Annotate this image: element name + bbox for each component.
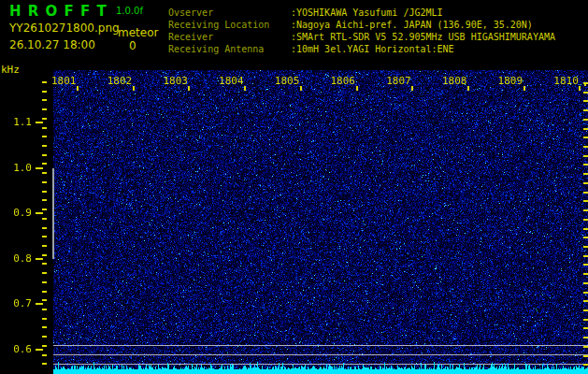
station-info-value: :YOSHIKAWA Yasufumi /JG2MLI bbox=[291, 7, 443, 19]
station-info-label: Receiver bbox=[168, 31, 291, 43]
right-frequency-tick bbox=[583, 309, 588, 311]
frequency-major-tick bbox=[36, 303, 43, 305]
frequency-major-tick bbox=[36, 212, 43, 214]
right-frequency-tick bbox=[583, 209, 588, 211]
frequency-tick-label: 0.8 bbox=[4, 252, 32, 265]
station-info-label: Receiving Antenna bbox=[168, 43, 291, 55]
frequency-minor-tick bbox=[42, 91, 47, 93]
right-frequency-tick bbox=[583, 155, 588, 157]
right-frequency-tick bbox=[583, 282, 588, 284]
frequency-minor-tick bbox=[42, 363, 47, 365]
app-version: 1.0.0f bbox=[116, 6, 143, 16]
time-tick bbox=[133, 86, 135, 91]
time-tick bbox=[188, 86, 190, 91]
frequency-minor-tick bbox=[42, 326, 47, 328]
frequency-major-tick bbox=[36, 258, 43, 260]
frequency-minor-tick bbox=[42, 127, 47, 129]
right-frequency-tick bbox=[583, 137, 588, 138]
frequency-minor-tick bbox=[42, 272, 47, 274]
frequency-minor-tick bbox=[42, 108, 47, 110]
right-frequency-tick bbox=[583, 219, 588, 221]
right-frequency-tick bbox=[583, 128, 588, 130]
frequency-minor-tick bbox=[42, 354, 47, 356]
frequency-minor-tick bbox=[42, 99, 47, 101]
station-info-row: Receiving Antenna:10mH 3el.YAGI Horizont… bbox=[168, 43, 555, 55]
frequency-major-tick bbox=[36, 349, 43, 351]
meteor-count: 0 bbox=[129, 39, 136, 52]
frequency-tick-label: 0.9 bbox=[4, 207, 32, 219]
frequency-minor-tick bbox=[42, 181, 47, 183]
right-frequency-tick bbox=[583, 246, 588, 248]
right-frequency-tick bbox=[583, 355, 588, 357]
right-frequency-tick bbox=[583, 82, 588, 84]
right-frequency-tick bbox=[583, 255, 588, 257]
observation-datetime: 26.10.27 18:00 bbox=[9, 38, 95, 51]
frequency-minor-tick bbox=[42, 118, 47, 120]
frequency-minor-tick bbox=[42, 154, 47, 156]
right-frequency-tick bbox=[583, 327, 588, 329]
right-frequency-tick bbox=[583, 364, 588, 366]
time-tick-label: 1801 bbox=[51, 75, 77, 87]
frequency-minor-tick bbox=[42, 254, 47, 256]
frequency-minor-tick bbox=[42, 136, 47, 137]
right-frequency-tick bbox=[583, 264, 588, 266]
right-frequency-tick bbox=[583, 237, 588, 238]
frequency-minor-tick bbox=[42, 227, 47, 229]
frequency-minor-tick bbox=[42, 145, 47, 147]
right-frequency-tick bbox=[583, 109, 588, 111]
right-frequency-tick bbox=[583, 337, 588, 338]
station-info-value: :SMArt RTL-SDR V5 52.905MHz USB HIGASHIM… bbox=[291, 31, 555, 43]
right-frequency-tick bbox=[583, 92, 588, 94]
spectrogram-canvas bbox=[53, 70, 588, 374]
right-frequency-tick bbox=[583, 164, 588, 165]
frequency-major-tick bbox=[36, 167, 43, 169]
time-tick-label: 1803 bbox=[163, 75, 188, 87]
db-scale-bar bbox=[52, 168, 54, 259]
time-tick-label: 1807 bbox=[386, 75, 411, 87]
station-info-value: :Nagoya Aichi-pref. JAPAN (136.90E, 35.2… bbox=[291, 19, 533, 31]
right-frequency-tick bbox=[583, 319, 588, 321]
station-info-row: Ovserver:YOSHIKAWA Yasufumi /JG2MLI bbox=[168, 7, 555, 19]
right-frequency-tick bbox=[583, 146, 588, 148]
station-info-value: :10mH 3el.YAGI Horizontal:ENE bbox=[291, 43, 454, 55]
station-info: Ovserver:YOSHIKAWA Yasufumi /JG2MLIRecei… bbox=[168, 7, 555, 55]
time-tick bbox=[523, 86, 525, 91]
time-tick-label: 1804 bbox=[219, 75, 244, 87]
time-tick-label: 1802 bbox=[108, 75, 133, 87]
frequency-axis-unit: kHz bbox=[1, 64, 20, 76]
station-info-label: Ovserver bbox=[168, 7, 291, 19]
frequency-minor-tick bbox=[42, 199, 47, 201]
time-tick bbox=[356, 86, 358, 91]
right-frequency-tick bbox=[583, 100, 588, 102]
right-frequency-tick bbox=[583, 346, 588, 348]
time-tick bbox=[467, 86, 469, 91]
frequency-minor-tick bbox=[42, 318, 47, 320]
frequency-minor-tick bbox=[42, 309, 47, 310]
frequency-minor-tick bbox=[42, 172, 47, 174]
right-frequency-tick bbox=[583, 182, 588, 184]
time-tick-label: 1809 bbox=[498, 75, 523, 87]
app-title: H R O F F T bbox=[9, 3, 108, 20]
frequency-minor-tick bbox=[42, 281, 47, 283]
frequency-minor-tick bbox=[42, 291, 47, 293]
time-tick bbox=[411, 86, 413, 91]
frequency-minor-tick bbox=[42, 209, 47, 210]
time-tick bbox=[77, 86, 79, 91]
right-frequency-tick bbox=[583, 119, 588, 121]
frequency-major-tick bbox=[36, 122, 43, 123]
hrofft-window: H R O F F T 1.0.0f YY2610271800.png mete… bbox=[0, 0, 588, 374]
mode-label: meteor bbox=[118, 26, 158, 39]
station-info-row: Receiving Location:Nagoya Aichi-pref. JA… bbox=[168, 19, 555, 31]
frequency-tick-label: 0.6 bbox=[4, 343, 32, 355]
frequency-minor-tick bbox=[42, 236, 47, 237]
right-frequency-tick bbox=[583, 192, 588, 194]
right-frequency-tick bbox=[583, 273, 588, 275]
frequency-minor-tick bbox=[42, 245, 47, 247]
frequency-minor-tick bbox=[42, 299, 47, 301]
frequency-minor-tick bbox=[42, 163, 47, 165]
right-frequency-tick bbox=[583, 200, 588, 202]
time-tick bbox=[579, 86, 581, 91]
time-tick bbox=[244, 86, 246, 91]
frequency-minor-tick bbox=[42, 336, 47, 338]
frequency-minor-tick bbox=[42, 218, 47, 220]
